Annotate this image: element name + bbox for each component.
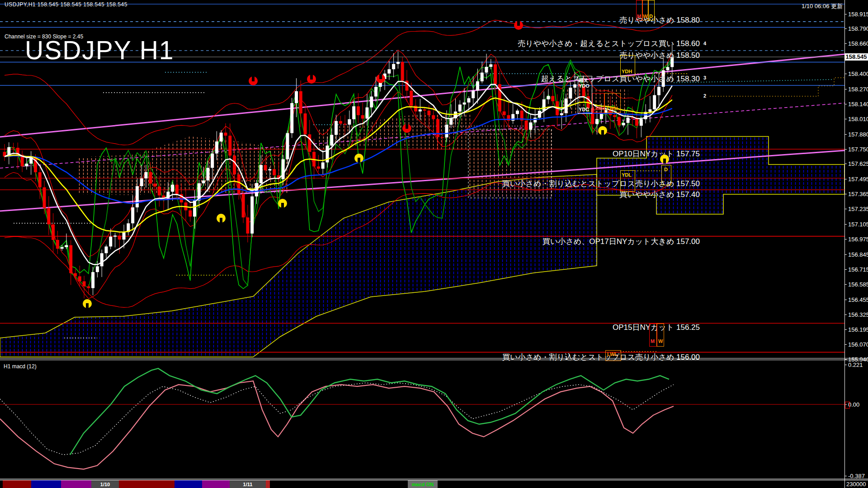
axis-tick [844, 28, 847, 29]
axis-tick [844, 239, 847, 239]
price-axis-label: 156.975 [848, 236, 868, 243]
price-axis-label: 158.660 [848, 40, 868, 47]
macd-axis-min: -0.387 [848, 473, 865, 479]
timeline-segment [438, 480, 844, 488]
price-axis-label: 158.010 [848, 116, 868, 122]
timeline-segment [270, 480, 408, 488]
price-axis: 158.915158.790158.660158.400158.270158.1… [844, 0, 868, 488]
price-axis-label: 156.325 [848, 311, 868, 318]
axis-tick [844, 179, 847, 179]
main-chart-pane [0, 4, 844, 357]
volume-scale-value: 230000 [846, 481, 866, 488]
timeline-segment [61, 480, 91, 488]
price-axis-label: 157.365 [848, 191, 868, 197]
axis-tick [844, 314, 847, 315]
price-axis-label: 157.495 [848, 176, 868, 183]
timeline-segment [119, 480, 175, 488]
axis-tick [844, 14, 847, 14]
axis-tick [844, 209, 847, 209]
axis-tick [844, 134, 847, 135]
timeline-segment: 1/10 [91, 480, 119, 488]
price-axis-label: 156.715 [848, 266, 868, 273]
axis-tick [844, 269, 847, 270]
timeline-segment [175, 480, 202, 488]
axis-tick [844, 149, 847, 150]
macd-zero-marker [845, 402, 850, 408]
axis-tick [844, 365, 847, 365]
price-axis-label: 156.455 [848, 296, 868, 303]
price-axis-label: 156.070 [848, 341, 868, 348]
axis-tick [844, 329, 847, 330]
price-axis-label: 156.845 [848, 251, 868, 258]
ichimoku-cloud [468, 129, 552, 198]
timeline-segment [202, 480, 230, 488]
axis-tick [844, 344, 847, 345]
current-price-box: 158.545 [844, 53, 868, 61]
price-axis-label: 157.235 [848, 206, 868, 212]
macd-pane [0, 368, 844, 469]
macd-main-line [70, 368, 669, 455]
axis-tick [844, 164, 847, 164]
axis-tick [844, 300, 847, 300]
macd-dotted-line [0, 383, 674, 455]
ichimoku-cloud [597, 136, 844, 214]
price-axis-label: 158.790 [848, 25, 868, 32]
price-axis-label: 158.915 [848, 11, 868, 18]
axis-tick [844, 476, 847, 476]
price-axis-label: 158.400 [848, 70, 868, 77]
mt4-chart-window: USDJPY,H1 158.545 158.545 158.545 158.54… [0, 0, 868, 488]
price-axis-label: 157.880 [848, 131, 868, 138]
axis-tick [844, 74, 847, 74]
axis-tick [844, 284, 847, 285]
macd-toggle-button[interactable]: macd ON [408, 480, 438, 488]
axis-tick [844, 104, 847, 104]
timeline-bar: 1/101/11macd ON [0, 480, 844, 488]
axis-tick [844, 254, 847, 255]
price-axis-label: 157.625 [848, 160, 868, 167]
timeline-segment [31, 480, 61, 488]
price-axis-label: 156.195 [848, 326, 868, 333]
price-axis-label: 157.750 [848, 146, 868, 153]
axis-tick [844, 224, 847, 225]
timeline-segment: 1/11 [230, 480, 266, 488]
axis-tick [844, 89, 847, 89]
macd-axis-max: 0.221 [848, 361, 863, 368]
axis-tick [844, 194, 847, 194]
price-chart-canvas[interactable] [0, 0, 868, 488]
timeline-segment [3, 480, 31, 488]
macd-signal-line [0, 381, 674, 469]
price-axis-label: 157.105 [848, 221, 868, 228]
price-axis-label: 158.270 [848, 86, 868, 93]
price-axis-label: 156.585 [848, 281, 868, 288]
timeline-segment [266, 480, 270, 488]
price-axis-label: 158.140 [848, 101, 868, 108]
axis-tick [844, 43, 847, 44]
axis-tick [844, 119, 847, 119]
axis-tick [844, 359, 847, 360]
